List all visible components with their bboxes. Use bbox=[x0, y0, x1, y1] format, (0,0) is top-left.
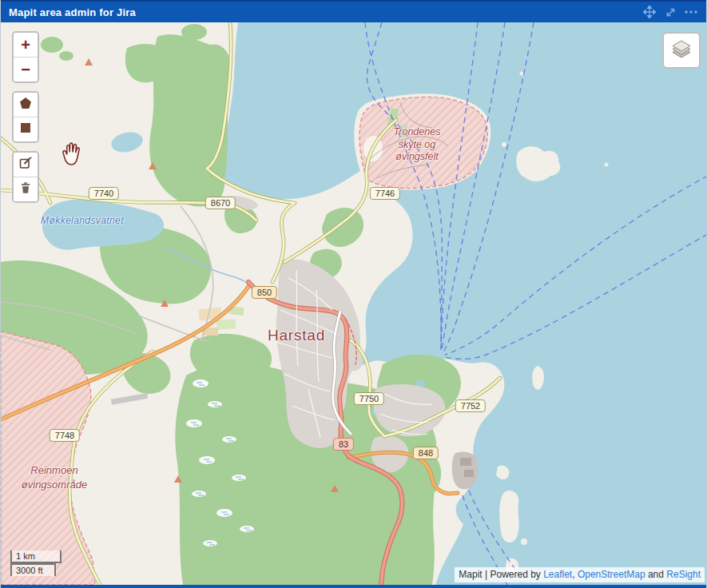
attribution-divider: | bbox=[483, 569, 491, 580]
resight-link[interactable]: ReSight bbox=[666, 569, 701, 580]
delete-areas-button[interactable] bbox=[14, 177, 38, 201]
rectangle-icon bbox=[19, 121, 32, 137]
more-icon[interactable] bbox=[681, 3, 701, 21]
military-area-trondenes bbox=[359, 97, 487, 188]
scale-imperial: 3000 ft bbox=[10, 563, 56, 576]
leaflet-link[interactable]: Leaflet bbox=[543, 569, 572, 580]
attribution-powered: Powered by bbox=[490, 569, 543, 580]
draw-polygon-button[interactable] bbox=[14, 93, 38, 117]
layers-icon bbox=[670, 38, 693, 62]
gadget-header: Mapit area admin for Jira bbox=[1, 0, 707, 22]
map-canvas[interactable] bbox=[1, 22, 707, 585]
attribution-brand: Mapit bbox=[459, 569, 482, 580]
openstreetmap-link[interactable]: OpenStreetMap bbox=[578, 569, 645, 580]
move-icon[interactable] bbox=[639, 3, 660, 21]
attribution-bar: Mapit | Powered by Leaflet, OpenStreetMa… bbox=[455, 567, 705, 582]
map-viewport bbox=[1, 22, 707, 585]
expand-icon[interactable] bbox=[660, 3, 681, 21]
plus-icon: + bbox=[21, 37, 30, 53]
draw-control-group bbox=[12, 91, 39, 143]
mapit-gadget: Mapit area admin for Jira bbox=[0, 0, 707, 588]
zoom-control-group: + − bbox=[12, 31, 39, 83]
scale-metric: 1 km bbox=[10, 550, 62, 563]
draw-rectangle-button[interactable] bbox=[14, 117, 38, 141]
zoom-in-button[interactable]: + bbox=[14, 33, 38, 58]
minus-icon: − bbox=[21, 62, 30, 77]
polygon-icon bbox=[19, 97, 32, 113]
edit-control-group bbox=[12, 151, 39, 203]
gadget-title: Mapit area admin for Jira bbox=[1, 6, 136, 18]
bottom-accent-bar bbox=[1, 585, 707, 588]
zoom-out-button[interactable]: − bbox=[14, 58, 38, 81]
layers-control-button[interactable] bbox=[662, 32, 701, 69]
trash-icon bbox=[18, 181, 33, 198]
attribution-sep2: and bbox=[645, 569, 667, 580]
edit-icon bbox=[18, 156, 33, 173]
attribution-sep1: , bbox=[572, 569, 578, 580]
scale-control: 1 km 3000 ft bbox=[10, 550, 62, 576]
edit-areas-button[interactable] bbox=[14, 153, 38, 177]
